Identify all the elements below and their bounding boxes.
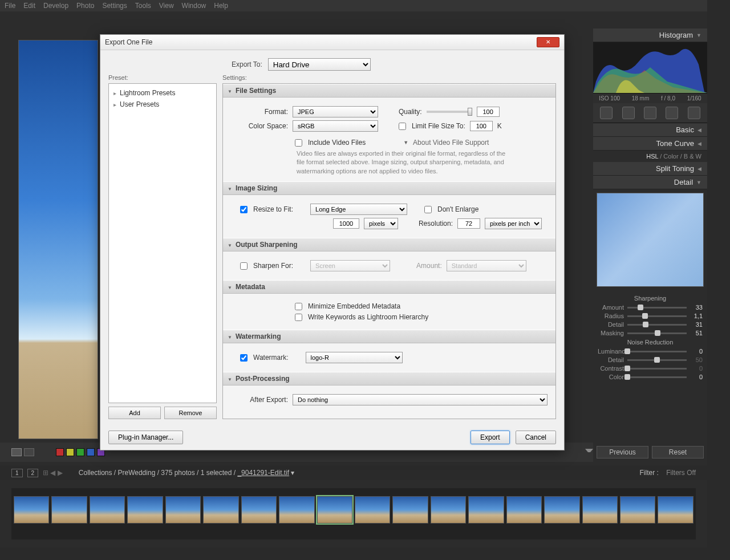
thumbnail[interactable] [468, 496, 504, 524]
include-video-checkbox[interactable] [295, 139, 302, 147]
noise-luminance-row[interactable]: Luminance0 [598, 348, 703, 355]
write-keywords-checkbox[interactable] [295, 314, 302, 321]
split-toning-header[interactable]: Split Toning◀ [593, 162, 707, 176]
quality-slider[interactable] [427, 111, 472, 113]
color-label-blue[interactable] [87, 448, 95, 456]
noise-detail-row[interactable]: Detail50 [598, 356, 703, 363]
resize-checkbox[interactable] [240, 206, 248, 213]
format-select[interactable]: JPEG [293, 106, 378, 117]
gradient-tool-icon[interactable] [666, 107, 678, 119]
tab-bw[interactable]: B & W [684, 153, 701, 160]
output-sharpening-header[interactable]: Output Sharpening [223, 238, 555, 251]
color-label-green[interactable] [76, 448, 84, 456]
limit-filesize-input[interactable] [470, 121, 493, 131]
dropdown-icon[interactable] [585, 449, 593, 457]
menu-edit[interactable]: Edit [23, 2, 35, 10]
filter-dropdown[interactable]: Filters Off [666, 469, 696, 477]
resolution-unit-select[interactable]: pixels per inch [485, 218, 542, 229]
thumbnail[interactable] [544, 496, 579, 524]
preset-user[interactable]: User Presets [111, 99, 214, 110]
dont-enlarge-checkbox[interactable] [424, 206, 432, 213]
thumbnail[interactable] [431, 496, 466, 524]
settings-scroll-area[interactable]: File Settings Format: JPEG Quality: Colo… [222, 83, 556, 419]
tab-color[interactable]: Color [663, 153, 678, 160]
tab-hsl[interactable]: HSL [646, 153, 658, 160]
export-button[interactable]: Export [471, 431, 510, 444]
color-label-yellow[interactable] [66, 448, 74, 456]
thumbnail[interactable] [14, 496, 49, 524]
dialog-titlebar[interactable]: Export One File ✕ [100, 35, 564, 50]
colorspace-select[interactable]: sRGB [293, 120, 378, 132]
metadata-header[interactable]: Metadata [223, 280, 555, 294]
color-label-red[interactable] [56, 448, 64, 456]
menu-tools[interactable]: Tools [135, 2, 151, 10]
thumbnail[interactable] [203, 496, 238, 524]
noise-color-row[interactable]: Color0 [598, 374, 703, 380]
view-2-button[interactable]: 2 [27, 469, 39, 477]
sharpening-radius-row[interactable]: Radius1,1 [598, 313, 703, 319]
sharpening-detail-row[interactable]: Detail31 [598, 321, 703, 328]
thumbnail[interactable] [90, 496, 125, 524]
thumbnail[interactable] [241, 496, 277, 524]
quality-input[interactable] [477, 107, 500, 117]
export-to-select[interactable]: Hard Drive [268, 58, 371, 71]
thumbnail[interactable] [51, 496, 87, 524]
sharpening-masking-row[interactable]: Masking51 [598, 330, 703, 336]
plugin-manager-button[interactable]: Plug-in Manager... [108, 431, 183, 444]
add-preset-button[interactable]: Add [108, 407, 161, 419]
spot-tool-icon[interactable] [622, 107, 635, 119]
thumbnail[interactable] [658, 496, 693, 524]
menu-develop[interactable]: Develop [43, 2, 68, 10]
compare-view-icon[interactable] [24, 448, 34, 456]
sharpening-amount-row[interactable]: Amount33 [598, 304, 703, 311]
hsl-tabs[interactable]: HSL / Color / B & W [593, 151, 707, 162]
noise-contrast-row[interactable]: Contrast0 [598, 365, 703, 372]
menu-window[interactable]: Window [182, 2, 206, 10]
brush-tool-icon[interactable] [688, 107, 700, 119]
previous-button[interactable]: Previous [597, 446, 648, 458]
basic-panel-header[interactable]: Basic◀ [593, 123, 707, 137]
thumbnail[interactable] [506, 496, 542, 524]
thumbnail[interactable] [355, 496, 390, 524]
thumbnail[interactable] [582, 496, 618, 524]
filmstrip[interactable] [11, 488, 696, 539]
thumbnail[interactable] [165, 496, 201, 524]
menu-file[interactable]: File [5, 2, 15, 10]
reset-button[interactable]: Reset [652, 446, 704, 458]
tone-curve-header[interactable]: Tone Curve◀ [593, 137, 707, 151]
menu-photo[interactable]: Photo [76, 2, 94, 10]
watermark-checkbox[interactable] [240, 354, 248, 362]
preset-lightroom[interactable]: Lightroom Presets [111, 87, 214, 99]
post-processing-header[interactable]: Post-Processing [223, 372, 555, 385]
watermark-select[interactable]: logo-R [306, 352, 403, 363]
menu-settings[interactable]: Settings [102, 2, 127, 10]
crop-tool-icon[interactable] [600, 107, 613, 119]
cancel-button[interactable]: Cancel [516, 431, 556, 444]
resolution-input[interactable] [457, 218, 480, 229]
thumbnail[interactable] [620, 496, 655, 524]
remove-preset-button[interactable]: Remove [164, 407, 217, 419]
after-export-select[interactable]: Do nothing [293, 394, 548, 405]
histogram-header[interactable]: Histogram▼ [593, 29, 707, 42]
view-1-button[interactable]: 1 [11, 469, 23, 477]
close-button[interactable]: ✕ [537, 37, 559, 47]
loupe-view-icon[interactable] [11, 448, 22, 456]
redeye-tool-icon[interactable] [644, 107, 656, 119]
image-sizing-header[interactable]: Image Sizing [223, 181, 555, 195]
watermarking-header[interactable]: Watermarking [223, 330, 555, 343]
minimize-metadata-checkbox[interactable] [295, 303, 302, 310]
preset-list[interactable]: Lightroom Presets User Presets [108, 83, 217, 403]
size-input[interactable] [333, 218, 359, 229]
about-video-link[interactable]: About Video File Support [413, 139, 489, 147]
limit-filesize-checkbox[interactable] [399, 123, 406, 130]
thumbnail[interactable] [392, 496, 428, 524]
file-settings-header[interactable]: File Settings [223, 84, 555, 98]
menubar[interactable]: File Edit Develop Photo Settings Tools V… [0, 0, 707, 11]
thumbnail[interactable] [127, 496, 163, 524]
size-unit-select[interactable]: pixels [364, 218, 398, 229]
thumbnail-selected[interactable] [317, 496, 352, 524]
detail-header[interactable]: Detail▼ [593, 176, 707, 189]
sharpen-checkbox[interactable] [240, 262, 248, 270]
menu-help[interactable]: Help [214, 2, 228, 10]
menu-view[interactable]: View [159, 2, 174, 10]
